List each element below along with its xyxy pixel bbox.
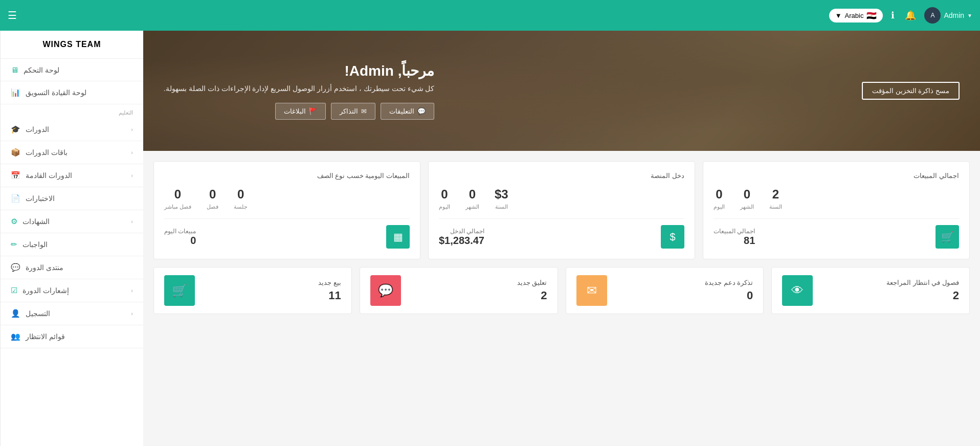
sidebar-item-notifications[interactable]: ‹ إشعارات الدورة ☑ [1,279,143,302]
sidebar-item-label: باقات الدورات [26,148,68,157]
sidebar-item-dashboard[interactable]: لوحة التحكم 🖥 [1,59,143,81]
marketing-icon: 📊 [11,88,20,97]
income-month-item: 0 الشهر [465,187,479,211]
support-label: تذكرة دعم جديدة [705,279,753,286]
sidebar-item-label: التسجيل [26,309,50,318]
main-content: مسح ذاكرة التخزين المؤقت مرحباً, Admin! … [143,31,980,446]
income-card-title: دخل المنصة [439,172,684,180]
sidebar-item-label: الواجبات [23,240,48,249]
sidebar-item-forum[interactable]: منتدى الدورة 💬 [1,256,143,279]
review-icon-button[interactable]: 👁 [782,275,813,306]
hero-right-section: مرحباً, Admin! كل شيء تحت سيطرتك ، استخد… [164,62,434,120]
sales-total-label: اجمالي المبيعات [714,228,755,235]
sales-year-label: السنة [769,204,782,210]
daily-live-value: 0 [164,187,191,202]
total-sales-card: اجمالي المبيعات 2 السنة 0 الشهر 0 اليوم [703,161,970,259]
hero-left-section: مسح ذاكرة التخزين المؤقت [862,82,960,100]
sidebar-item-upcoming[interactable]: ‹ الدورات القادمة 📅 [1,164,143,187]
sidebar-item-registration[interactable]: ‹ التسجيل 👤 [1,302,143,325]
review-card: فصول في انتظار المراجعة 2 👁 [771,267,970,314]
income-total-label: اجمالي الدخل [439,228,484,235]
comments-text: تعليق جديد 2 [517,279,547,302]
comments-icon: 💬 [417,107,426,115]
income-total-info: اجمالي الدخل $1,283.47 [439,228,484,247]
daily-session-value: 0 [234,187,248,202]
sales-mini-label: بيع جديد [318,279,341,286]
hamburger-menu[interactable]: ☰ [8,9,17,21]
hero-title: مرحباً, Admin! [164,62,434,79]
comments-label: التعليقات [389,107,414,115]
income-day-label: اليوم [439,204,450,210]
daily-icon-button[interactable]: ▦ [386,225,410,249]
sidebar-item-certificates[interactable]: ‹ الشهادات ⚙ [1,210,143,233]
comments-mini-label: تعليق جديد [517,279,547,286]
tickets-icon: ✉ [361,107,367,115]
chevron-icon: ‹ [131,172,133,179]
daily-sales-card: المبيعات اليومية خسب نوع الصف 0 جلسة 0 ف… [153,161,420,259]
reports-button[interactable]: 🚩 البلاغات [275,103,326,120]
sidebar-item-right: الواجبات ✏ [11,240,48,249]
daily-total-value: 0 [164,235,196,247]
daily-session-item: 0 جلسة [234,187,248,211]
income-icon-button[interactable]: $ [661,225,684,249]
income-day-value: 0 [439,187,450,202]
registration-icon: 👤 [11,309,20,318]
sidebar-item-right: الدورات 🎓 [11,125,49,134]
sidebar-item-packages[interactable]: ‹ باقات الدورات 📦 [1,141,143,164]
chevron-icon: ‹ [131,287,133,294]
stats-section: اجمالي المبيعات 2 السنة 0 الشهر 0 اليوم [143,151,980,259]
sidebar-item-exams[interactable]: الاختبارات 📄 [1,187,143,210]
support-icon-button[interactable]: ✉ [576,275,607,306]
review-value: 2 [886,289,959,302]
notification-icon[interactable]: 🔔 [903,10,918,21]
avatar: A [924,7,941,24]
tickets-button[interactable]: ✉ التذاكر [331,103,375,120]
review-text: فصول في انتظار المراجعة 2 [886,279,959,302]
sidebar-item-right: الدورات القادمة 📅 [11,171,72,180]
sidebar: WINGS TEAM لوحة التحكم 🖥 لوحة القيادة ال… [0,31,143,446]
admin-menu[interactable]: ▼ Admin A [924,7,972,24]
daily-footer: ▦ مبيعات اليوم 0 [164,218,410,249]
lang-arrow: ▼ [835,12,842,19]
support-card: تذكرة دعم جديدة 0 ✉ [566,267,764,314]
chevron-icon: ‹ [131,218,133,225]
review-label: فصول في انتظار المراجعة [886,279,959,286]
assignments-icon: ✏ [11,240,17,249]
sales-icon-button[interactable]: 🛒 [936,225,959,249]
language-selector[interactable]: 🇪🇬 Arabic ▼ [829,9,883,23]
top-navigation: ▼ Admin A 🔔 ℹ 🇪🇬 Arabic ▼ ☰ [0,0,980,31]
sidebar-item-label: منتدى الدورة [26,263,63,272]
income-month-value: 0 [465,187,479,202]
sales-footer: 🛒 اجمالي المبيعات 81 [714,218,959,249]
sales-card-title: اجمالي المبيعات [714,172,959,180]
comments-button[interactable]: 💬 التعليقات [381,103,434,120]
sidebar-item-label: قوائم الانتظار [26,332,65,341]
forum-icon: 💬 [11,263,20,272]
hero-banner: مسح ذاكرة التخزين المؤقت مرحباً, Admin! … [143,31,980,151]
sidebar-item-right: لوحة التحكم 🖥 [11,65,59,74]
sales-mini-text: بيع جديد 11 [318,279,341,302]
sidebar-item-waitlist[interactable]: قوائم الانتظار 👥 [1,325,143,348]
sidebar-item-right: لوحة القيادة التسويق 📊 [11,88,86,97]
comments-icon-button[interactable]: 💬 [370,275,401,306]
daily-live-label: فصل مباشر [164,204,191,210]
info-icon[interactable]: ℹ [889,10,897,21]
sidebar-item-assignments[interactable]: الواجبات ✏ [1,233,143,256]
comments-card: تعليق جديد 2 💬 [360,267,558,314]
sidebar-item-label: الاختبارات [26,194,55,203]
clear-cache-button[interactable]: مسح ذاكرة التخزين المؤقت [862,82,960,100]
income-day-item: 0 اليوم [439,187,450,211]
comments-mini-value: 2 [517,289,547,302]
sales-total-value: 81 [714,235,755,247]
sidebar-item-label: الدورات القادمة [26,171,72,180]
sales-mini-icon-button[interactable]: 🛒 [164,275,195,306]
admin-label: Admin [944,11,964,19]
sidebar-item-marketing[interactable]: لوحة القيادة التسويق 📊 [1,81,143,104]
sidebar-item-label: الدورات [26,125,49,133]
income-year-label: السنة [495,204,508,210]
exams-icon: 📄 [11,194,20,203]
sales-day-value: 0 [714,187,725,202]
chevron-icon: ‹ [131,149,133,155]
daily-chapter-label: فصل [207,204,218,210]
sidebar-item-courses[interactable]: ‹ الدورات 🎓 [1,118,143,141]
